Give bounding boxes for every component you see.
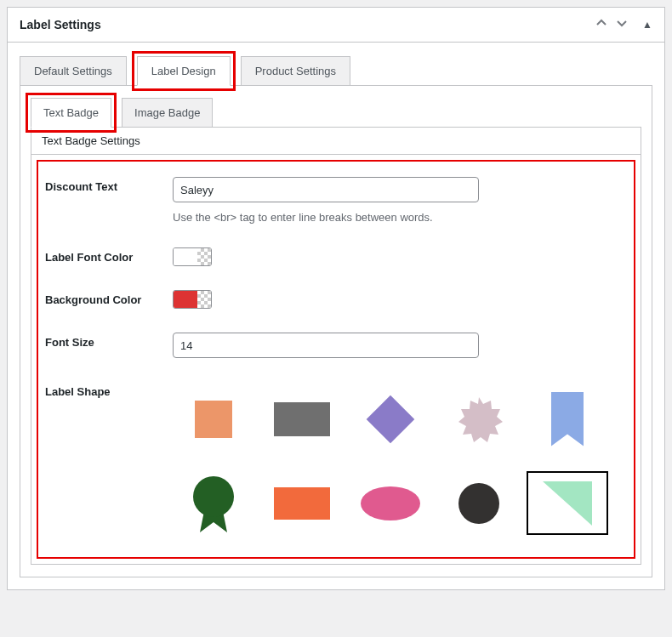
label-font-color-picker[interactable]	[173, 247, 212, 266]
discount-text-help: Use the <br> tag to enter line breaks be…	[173, 211, 627, 224]
font-size-label: Font Size	[45, 333, 173, 349]
main-tabs-area: Default Settings Label Design Product Se…	[8, 43, 664, 86]
subtab-text-badge[interactable]: Text Badge	[31, 98, 111, 128]
tab-product-settings[interactable]: Product Settings	[241, 56, 350, 86]
rectangle-icon	[274, 402, 330, 436]
circle-icon	[458, 483, 499, 524]
shape-triangle-corner[interactable]	[527, 471, 608, 535]
tab-label-design[interactable]: Label Design	[137, 56, 231, 86]
svg-point-2	[193, 476, 234, 517]
field-label-font-color: Label Font Color	[45, 247, 627, 266]
section-title: Text Badge Settings	[31, 128, 641, 155]
background-color-label: Background Color	[45, 290, 173, 306]
panel-title: Label Settings	[20, 18, 101, 31]
control-label-shape	[173, 382, 627, 535]
control-font-size	[173, 333, 627, 358]
svg-marker-3	[543, 481, 592, 526]
sub-tab-content: Text Badge Settings Discount Text Use th…	[31, 127, 641, 565]
square-icon	[195, 401, 232, 438]
field-background-color: Background Color	[45, 290, 627, 309]
collapse-icon[interactable]: ▲	[642, 19, 652, 31]
svg-marker-0	[458, 397, 503, 442]
move-up-icon[interactable]	[595, 16, 608, 33]
main-tabs: Default Settings Label Design Product Se…	[20, 56, 652, 86]
label-font-color-label: Label Font Color	[45, 247, 173, 264]
shape-bookmark[interactable]	[527, 387, 608, 451]
diamond-icon	[367, 395, 415, 443]
label-shape-label: Label Shape	[45, 382, 173, 398]
discount-text-input[interactable]	[173, 177, 479, 202]
field-discount-text: Discount Text Use the <br> tag to enter …	[45, 177, 627, 224]
subtab-image-badge[interactable]: Image Badge	[122, 98, 213, 128]
control-discount-text: Use the <br> tag to enter line breaks be…	[173, 177, 627, 224]
label-settings-panel: Label Settings ▲ Default Settings Label …	[7, 7, 665, 590]
label-discount-text: Discount Text	[45, 177, 173, 193]
font-size-input[interactable]	[173, 333, 479, 358]
control-background-color	[173, 290, 627, 309]
bookmark-icon	[551, 392, 584, 446]
shape-square[interactable]	[173, 387, 254, 451]
shape-seal[interactable]	[173, 471, 254, 535]
starburst-icon	[455, 395, 503, 443]
checker-icon	[197, 291, 211, 308]
shape-starburst[interactable]	[438, 387, 520, 451]
tab-highlight-box: Label Design	[132, 51, 236, 91]
background-color-picker[interactable]	[173, 290, 212, 309]
field-font-size: Font Size	[45, 333, 627, 358]
background-color-swatch	[174, 291, 197, 308]
label-font-color-swatch	[174, 248, 197, 265]
ellipse-icon	[361, 486, 420, 520]
shape-rectangle-rounded[interactable]	[261, 471, 343, 535]
field-label-shape: Label Shape	[45, 382, 627, 535]
move-down-icon[interactable]	[615, 16, 629, 33]
checker-icon	[197, 248, 211, 265]
shape-circle[interactable]	[438, 471, 520, 535]
tab-content-panel: Text Badge Image Badge Text Badge Settin…	[20, 85, 652, 577]
panel-controls: ▲	[595, 16, 652, 33]
shape-rectangle[interactable]	[261, 387, 343, 451]
tab-default-settings[interactable]: Default Settings	[20, 56, 127, 86]
panel-header: Label Settings ▲	[8, 8, 664, 43]
form-highlight-area: Discount Text Use the <br> tag to enter …	[37, 160, 635, 559]
sub-tabs: Text Badge Image Badge	[31, 98, 641, 128]
shape-diamond[interactable]	[350, 387, 431, 451]
seal-icon	[190, 473, 237, 534]
rectangle-orange-icon	[274, 487, 330, 520]
shapes-grid	[173, 387, 627, 535]
triangle-icon	[538, 478, 597, 529]
subtab-highlight-box: Text Badge	[26, 93, 117, 133]
control-label-font-color	[173, 247, 627, 266]
shape-ellipse[interactable]	[350, 471, 431, 535]
